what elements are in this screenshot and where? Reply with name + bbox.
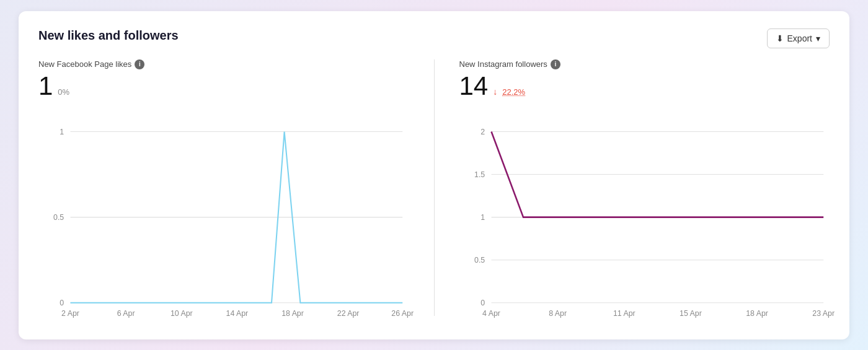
chevron-down-icon: ▾ bbox=[816, 33, 820, 43]
arrow-down-icon: ↓ bbox=[493, 87, 497, 97]
svg-text:22 Apr: 22 Apr bbox=[337, 308, 360, 317]
chart-divider bbox=[434, 59, 435, 316]
download-icon: ⬇ bbox=[776, 33, 784, 43]
svg-text:0.5: 0.5 bbox=[474, 255, 485, 264]
facebook-label: New Facebook Page likes i bbox=[38, 59, 409, 69]
instagram-info-icon[interactable]: i bbox=[551, 59, 560, 69]
svg-text:1: 1 bbox=[60, 127, 64, 136]
facebook-info-icon[interactable]: i bbox=[135, 59, 144, 69]
svg-text:2: 2 bbox=[480, 127, 485, 136]
svg-text:1.5: 1.5 bbox=[474, 170, 485, 178]
facebook-metric-change: 0% bbox=[58, 87, 69, 97]
svg-text:6 Apr: 6 Apr bbox=[117, 308, 135, 317]
svg-text:11 Apr: 11 Apr bbox=[613, 308, 635, 317]
svg-text:23 Apr: 23 Apr bbox=[812, 308, 835, 317]
export-label: Export bbox=[787, 33, 812, 43]
svg-text:18 Apr: 18 Apr bbox=[281, 308, 304, 317]
facebook-chart-svg: 0 0.5 1 2 Apr 6 Apr 10 Apr 14 Apr 18 Apr… bbox=[38, 105, 409, 316]
card-header: New likes and followers ⬇ Export ▾ bbox=[38, 28, 830, 48]
svg-text:0: 0 bbox=[60, 298, 64, 307]
svg-text:15 Apr: 15 Apr bbox=[680, 308, 702, 317]
instagram-metric-row: 14 ↓ 22.2% bbox=[459, 73, 830, 99]
facebook-metric-row: 1 0% bbox=[38, 73, 409, 99]
card-title: New likes and followers bbox=[38, 28, 179, 43]
facebook-panel: New Facebook Page likes i 1 0% 0 0.5 bbox=[38, 59, 409, 316]
instagram-label: New Instagram followers i bbox=[459, 59, 830, 69]
svg-text:1: 1 bbox=[480, 212, 485, 221]
svg-text:0: 0 bbox=[480, 298, 485, 307]
svg-text:4 Apr: 4 Apr bbox=[482, 308, 500, 317]
svg-text:8 Apr: 8 Apr bbox=[549, 308, 567, 317]
instagram-panel: New Instagram followers i 14 ↓ 22.2% 0 0… bbox=[459, 59, 830, 316]
main-card: New likes and followers ⬇ Export ▾ New F… bbox=[19, 11, 849, 339]
svg-text:10 Apr: 10 Apr bbox=[170, 308, 193, 317]
instagram-chart-area: 0 0.5 1 1.5 2 4 Apr 8 Apr 11 Apr 15 Apr … bbox=[459, 105, 830, 316]
instagram-metric-value: 14 bbox=[459, 73, 489, 99]
facebook-chart-area: 0 0.5 1 2 Apr 6 Apr 10 Apr 14 Apr 18 Apr… bbox=[38, 105, 409, 316]
svg-text:0.5: 0.5 bbox=[53, 212, 64, 221]
facebook-metric-value: 1 bbox=[38, 73, 53, 99]
svg-text:26 Apr: 26 Apr bbox=[391, 308, 414, 317]
svg-text:18 Apr: 18 Apr bbox=[746, 308, 768, 317]
svg-text:2 Apr: 2 Apr bbox=[61, 308, 79, 317]
charts-row: New Facebook Page likes i 1 0% 0 0.5 bbox=[38, 59, 830, 316]
svg-text:14 Apr: 14 Apr bbox=[226, 308, 249, 317]
instagram-metric-change: 22.2% bbox=[502, 87, 525, 97]
instagram-chart-svg: 0 0.5 1 1.5 2 4 Apr 8 Apr 11 Apr 15 Apr … bbox=[459, 105, 830, 316]
export-button[interactable]: ⬇ Export ▾ bbox=[767, 28, 830, 48]
